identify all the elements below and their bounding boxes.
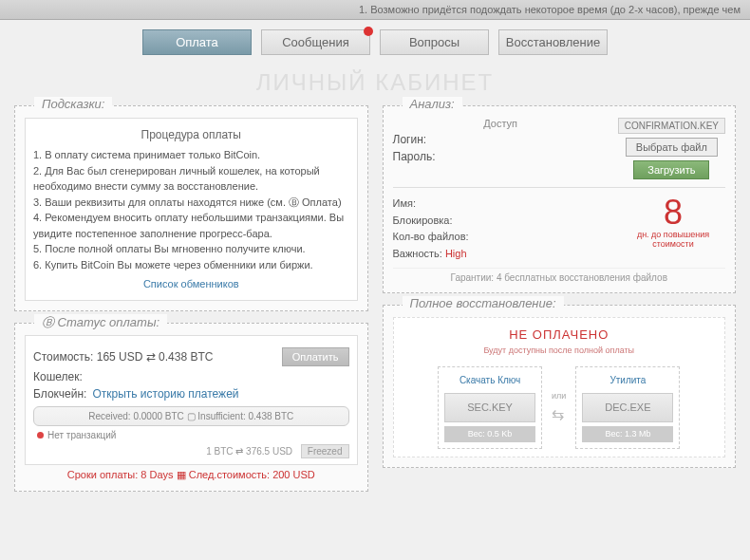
util-file: DEC.EXE [582, 393, 673, 422]
deadline-text: Сроки оплаты: 8 Days ▦ След.стоимость: 2… [25, 469, 358, 481]
key-file: SEC.KEY [444, 393, 535, 422]
days-count: 8 [621, 196, 725, 230]
login-label: Логин: [393, 133, 427, 146]
hints-title: Подсказки: [34, 97, 112, 111]
exchangers-link[interactable]: Список обменников [33, 276, 349, 292]
upload-button[interactable]: Загрузить [633, 160, 709, 179]
importance-value: High [445, 248, 467, 259]
tab-questions[interactable]: Вопросы [380, 29, 489, 55]
hint-line: 6. Купить BitCoin Вы можете через обменн… [33, 257, 349, 273]
status-dot-icon [37, 432, 44, 439]
rate-text: 1 BTC ⇄ 376.5 USD [206, 446, 292, 457]
download-key-box[interactable]: Скачать Ключ SEC.KEY Вес: 0.5 Kb [438, 366, 542, 449]
access-heading: Доступ [393, 118, 609, 129]
block-label: Блокировка: [393, 213, 622, 230]
key-size: Вес: 0.5 Kb [444, 426, 535, 443]
hint-line: 3. Ваши реквизиты для оплаты находятся н… [33, 195, 349, 211]
key-label: Скачать Ключ [444, 373, 535, 387]
restore-panel: Полное восстановление: НЕ ОПЛАЧЕНО Будут… [383, 305, 737, 468]
tab-messages-label: Сообщения [282, 35, 349, 49]
importance-row: Важность: High [393, 246, 622, 263]
not-paid-label: НЕ ОПЛАЧЕНО [402, 326, 718, 345]
no-transactions: Нет транзакций [33, 428, 349, 446]
payment-progress: Received: 0.0000 BTC ▢ Insufficient: 0.4… [33, 406, 349, 426]
hints-panel: Подсказки: Процедура оплаты 1. В оплату … [14, 105, 368, 311]
cost-label: Стоимость: 165 USD ⇄ 0.438 BTC [33, 350, 213, 364]
status-title: Ⓑ Статус оплаты: [34, 314, 167, 331]
analysis-title: Анализ: [403, 97, 462, 111]
page-title: ЛИЧНЫЙ КАБИНЕТ [0, 69, 750, 96]
wallet-label: Кошелек: [33, 370, 83, 383]
choose-file-button[interactable]: Выбрать файл [626, 138, 718, 157]
top-notice: 1. Возможно придётся подождать некоторое… [0, 0, 750, 20]
guarantee-text: Гарантии: 4 бесплатных восстановления фа… [393, 268, 726, 283]
hints-body: Процедура оплаты 1. В оплату система при… [25, 118, 358, 301]
notification-badge-icon [364, 27, 373, 36]
not-paid-sub: Будут доступны после полной оплаты [402, 345, 718, 358]
restore-title: Полное восстановление: [403, 296, 564, 310]
download-util-box[interactable]: Утилита DEC.EXE Вес: 1.3 Mb [575, 366, 680, 449]
hint-line: 1. В оплату система принимает только Bit… [33, 147, 349, 163]
password-label: Пароль: [393, 150, 436, 163]
exchange-rate: 1 BTC ⇄ 376.5 USD Freezed [33, 446, 349, 457]
name-label: Имя: [393, 196, 622, 213]
tab-restore[interactable]: Восстановление [498, 29, 608, 55]
confirmation-key-label: CONFIRMATION.KEY [618, 118, 725, 134]
tab-payment[interactable]: Оплата [142, 29, 252, 55]
hints-heading: Процедура оплаты [33, 126, 349, 143]
tab-messages[interactable]: Сообщения [261, 29, 370, 55]
blockchain-history-link[interactable]: Открыть историю платежей [92, 387, 238, 401]
files-label: Кол-во файлов: [393, 229, 622, 246]
tab-bar: Оплата Сообщения Вопросы Восстановление [0, 20, 750, 65]
no-tx-text: Нет транзакций [47, 430, 116, 440]
status-panel: Ⓑ Статус оплаты: Стоимость: 165 USD ⇄ 0.… [14, 323, 368, 492]
hint-line: 4. Рекомендуем вносить оплату небольшими… [33, 210, 349, 241]
or-label: или [552, 390, 566, 403]
util-label: Утилита [582, 373, 673, 387]
util-size: Вес: 1.3 Mb [582, 426, 673, 443]
swap-icon: ⇆ [552, 403, 566, 426]
freeze-badge: Freezed [301, 444, 349, 458]
hint-line: 5. После полной оплаты Вы мгновенно полу… [33, 241, 349, 257]
importance-label: Важность: [393, 248, 442, 259]
hint-line: 2. Для Вас был сгенерирован личный кошел… [33, 163, 349, 195]
days-label: дн. до повышения стоимости [621, 230, 725, 249]
pay-button[interactable]: Оплатить [282, 347, 349, 366]
analysis-panel: Анализ: Доступ Логин: Пароль: CONFIRMATI… [383, 105, 737, 293]
blockchain-label: Блокчейн: [33, 387, 86, 401]
